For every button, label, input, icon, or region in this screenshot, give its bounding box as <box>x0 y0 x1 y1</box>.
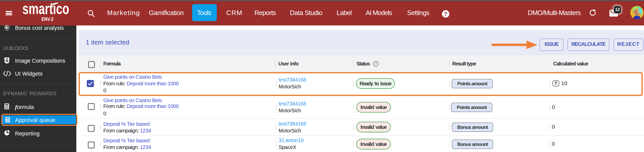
svg-text:?: ? <box>375 62 377 66</box>
svg-text:ENV-2: ENV-2 <box>41 16 53 22</box>
svg-text:smartıco: smartıco <box>22 0 69 17</box>
